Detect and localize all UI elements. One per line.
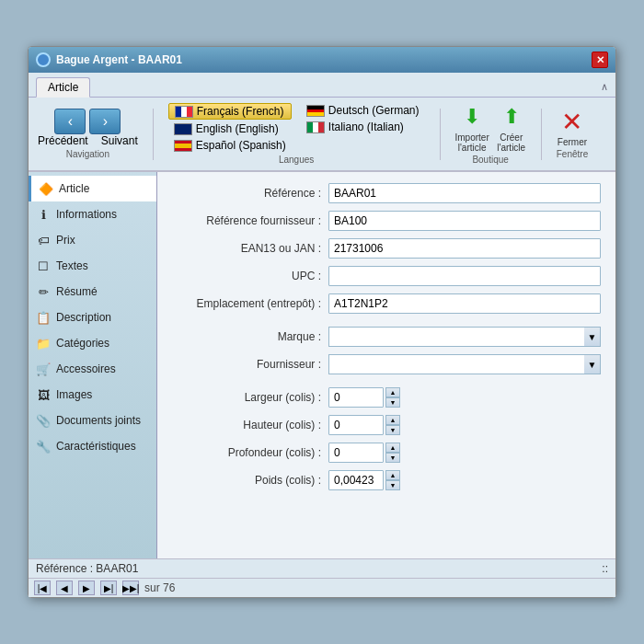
sidebar-item-article[interactable]: 🔶 Article (29, 176, 156, 201)
lang-es[interactable]: Español (Spanish) (168, 138, 292, 153)
poids-down[interactable]: ▼ (385, 480, 400, 490)
row-hauteur: Hauteur (colis) : ▲ ▼ (172, 415, 601, 435)
import-label: Importerl'article (455, 132, 489, 153)
sidebar: 🔶 Article ℹ Informations 🏷 Prix ☐ Textes… (29, 172, 157, 558)
sidebar-item-caracteristiques[interactable]: 🔧 Caractéristiques (29, 433, 156, 459)
sidebar-item-accessoires[interactable]: 🛒 Accessoires (29, 356, 156, 382)
label-marque: Marque : (172, 330, 328, 343)
lang-it[interactable]: Italiano (Italian) (301, 120, 425, 134)
sidebar-label-prix: Prix (56, 234, 75, 247)
sidebar-item-images[interactable]: 🖼 Images (29, 382, 156, 408)
close-icon: ✕ (558, 109, 587, 134)
sidebar-label-images: Images (56, 388, 92, 401)
largeur-up[interactable]: ▲ (385, 387, 400, 397)
label-reference: Référence : (172, 187, 328, 200)
next-button[interactable]: › (89, 109, 121, 134)
input-reference[interactable] (328, 183, 601, 203)
nav-labels: Précédent Suivant (38, 134, 138, 147)
lang-group-label: Langues (279, 155, 314, 165)
lang-en[interactable]: English (English) (168, 121, 292, 136)
fournisseur-dropdown-arrow[interactable]: ▼ (584, 354, 601, 374)
lang-it-label: Italiano (Italian) (328, 121, 404, 133)
fenetre-section: ✕ Fermer Fenêtre (557, 109, 588, 159)
sidebar-label-categories: Catégories (56, 337, 109, 350)
hauteur-down[interactable]: ▼ (385, 425, 400, 435)
documents-icon: 📎 (36, 413, 51, 428)
sidebar-label-textes: Textes (56, 259, 88, 272)
select-fournisseur[interactable] (328, 354, 601, 374)
images-icon: 🖼 (36, 387, 51, 402)
page-more-button[interactable]: ▶▶| (122, 581, 139, 595)
prev-label: Précédent (38, 134, 88, 147)
sidebar-item-categories[interactable]: 📁 Catégories (29, 330, 156, 356)
fenetre-group-label: Fenêtre (557, 149, 588, 159)
status-bar: Référence : BAAR01 :: (29, 558, 615, 578)
sidebar-label-description: Description (56, 311, 111, 324)
profondeur-down[interactable]: ▼ (385, 453, 400, 463)
prev-button[interactable]: ‹ (54, 109, 86, 134)
status-corner: :: (602, 562, 608, 575)
tab-article[interactable]: Article (36, 77, 90, 98)
marque-dropdown-arrow[interactable]: ▼ (584, 327, 601, 347)
row-fournisseur: Fournisseur : ▼ (172, 354, 601, 374)
lang-columns: Français (French) English (English) Espa… (168, 103, 425, 153)
label-ref-fournisseur: Référence fournisseur : (172, 214, 328, 227)
close-button[interactable]: ✕ Fermer (558, 109, 587, 147)
input-poids[interactable] (328, 470, 384, 490)
sidebar-item-resume[interactable]: ✏ Résumé (29, 279, 156, 305)
flag-en (174, 123, 192, 135)
input-largeur[interactable] (328, 387, 384, 408)
row-profondeur: Profondeur (colis) : ▲ ▼ (172, 443, 601, 463)
input-hauteur[interactable] (328, 415, 384, 435)
label-profondeur: Profondeur (colis) : (172, 446, 328, 459)
input-ref-fournisseur[interactable] (328, 211, 601, 231)
pagination-bar: |◀ ◀ ▶ ▶| ▶▶| sur 76 (29, 578, 615, 597)
input-upc[interactable] (328, 266, 601, 286)
label-ean13: EAN13 ou JAN : (172, 242, 328, 255)
row-reference: Référence : (172, 183, 601, 203)
input-profondeur[interactable] (328, 443, 384, 463)
nav-group-label: Navigation (66, 149, 109, 159)
spinner-profondeur: ▲ ▼ (385, 443, 400, 463)
page-next-button[interactable]: ▶ (78, 581, 95, 595)
caracteristiques-icon: 🔧 (36, 439, 51, 454)
boutique-group-label: Boutique (472, 155, 508, 165)
row-poids: Poids (colis) : ▲ ▼ (172, 470, 601, 490)
sidebar-label-resume: Résumé (56, 285, 98, 298)
profondeur-up[interactable]: ▲ (385, 443, 400, 453)
hauteur-up[interactable]: ▲ (385, 415, 400, 425)
create-button[interactable]: ⬆ Créerl'article (497, 104, 526, 153)
import-button[interactable]: ⬇ Importerl'article (455, 104, 489, 153)
flag-es (174, 140, 192, 152)
lang-fr-label: Français (French) (197, 105, 284, 118)
sidebar-item-textes[interactable]: ☐ Textes (29, 253, 156, 279)
row-upc: UPC : (172, 266, 601, 286)
status-text: Référence : BAAR01 (36, 562, 138, 575)
informations-icon: ℹ (36, 207, 51, 222)
page-first-button[interactable]: |◀ (34, 581, 51, 595)
lang-col-left: Français (French) English (English) Espa… (168, 103, 292, 153)
largeur-down[interactable]: ▼ (385, 397, 400, 408)
sidebar-item-prix[interactable]: 🏷 Prix (29, 227, 156, 253)
lang-de[interactable]: Deutsch (German) (301, 103, 425, 118)
form-area: Référence : Référence fournisseur : EAN1… (157, 172, 615, 558)
input-emplacement[interactable] (328, 293, 601, 314)
title-bar: Bague Argent - BAAR01 ✕ (29, 47, 615, 73)
title-close-button[interactable]: ✕ (592, 52, 608, 68)
spinner-largeur: ▲ ▼ (385, 387, 400, 408)
lang-fr[interactable]: Français (French) (168, 103, 292, 120)
page-prev-button[interactable]: ◀ (56, 581, 73, 595)
app-icon (36, 52, 51, 67)
accessoires-icon: 🛒 (36, 362, 51, 376)
poids-up[interactable]: ▲ (385, 470, 400, 480)
article-icon: 🔶 (39, 181, 53, 196)
sidebar-item-documents[interactable]: 📎 Documents joints (29, 408, 156, 433)
sidebar-item-description[interactable]: 📋 Description (29, 305, 156, 330)
select-marque[interactable] (328, 327, 601, 347)
input-ean13[interactable] (328, 238, 601, 259)
page-last-button[interactable]: ▶| (100, 581, 117, 595)
tab-arrow: ∧ (601, 81, 608, 93)
sidebar-item-informations[interactable]: ℹ Informations (29, 201, 156, 227)
create-icon: ⬆ (497, 104, 526, 130)
row-ean13: EAN13 ou JAN : (172, 238, 601, 259)
